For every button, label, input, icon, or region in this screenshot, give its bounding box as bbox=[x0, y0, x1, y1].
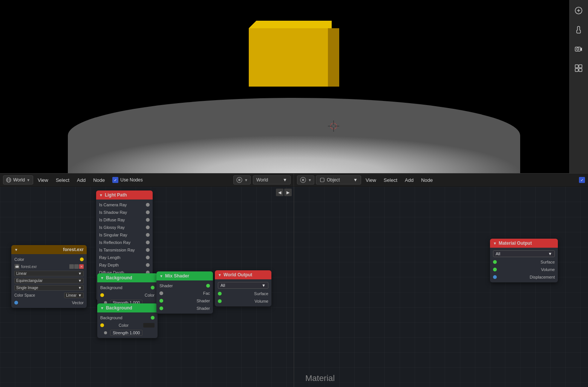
lp-glossy-ray-socket bbox=[146, 225, 150, 229]
render-grid-icon[interactable] bbox=[572, 61, 585, 75]
right-use-nodes-checkbox[interactable]: ✓ bbox=[579, 177, 585, 183]
world-selector-label: World bbox=[256, 177, 268, 183]
lp-singular-ray-socket bbox=[146, 233, 150, 237]
mix-shader-title: Mix Shader bbox=[165, 273, 189, 279]
bg2-color: Color bbox=[97, 321, 158, 329]
forest-exr-linear-dropdown[interactable]: Linear▼ bbox=[14, 271, 84, 276]
right-node-editor[interactable]: ▼ Diffuse BSDF BSDF Color bbox=[294, 187, 588, 387]
object-selector-arrow: ▼ bbox=[353, 177, 358, 183]
left-select-menu[interactable]: Select bbox=[53, 177, 72, 184]
mix-shader-shader2-socket bbox=[159, 306, 163, 310]
svg-rect-14 bbox=[579, 69, 582, 72]
forest-exr-filename: forest.exr bbox=[21, 265, 37, 269]
forest-exr-colorspace-arrow: ▼ bbox=[78, 293, 82, 297]
forest-exr-btn3[interactable]: ✕ bbox=[79, 264, 84, 269]
material-output-volume-label: Volume bbox=[541, 267, 555, 272]
bg1-color-socket bbox=[100, 293, 104, 297]
forest-exr-singleimg-dropdown[interactable]: Single Image▼ bbox=[14, 285, 84, 291]
forest-exr-equirect-dropdown[interactable]: Equirectangular▼ bbox=[14, 278, 84, 283]
render-mode-selector[interactable]: ▼ bbox=[233, 175, 251, 184]
material-output-displacement-label: Displacement bbox=[530, 275, 555, 279]
forest-exr-singleimg-row: Single Image▼ bbox=[11, 284, 87, 291]
3d-cube bbox=[249, 21, 339, 87]
node-background-1[interactable]: ▼ Background Background Color Strength 1… bbox=[97, 273, 158, 308]
panel-nav-left[interactable]: ◀ bbox=[276, 189, 283, 196]
use-nodes-button[interactable]: ✓ Use Nodes bbox=[109, 176, 145, 184]
forest-exr-color-socket bbox=[80, 257, 84, 261]
camera-icon[interactable] bbox=[572, 42, 585, 56]
node-material-output[interactable]: ▼ Material Output All ▼ Surface Volume bbox=[490, 239, 558, 282]
node-world-output[interactable]: ▼ World Output All ▼ Surface Volume bbox=[215, 270, 271, 306]
forest-exr-vector-label: Vector bbox=[72, 300, 84, 305]
panel-nav-right[interactable]: ▶ bbox=[284, 189, 292, 196]
forest-exr-singleimg-arrow: ▼ bbox=[78, 286, 82, 290]
material-output-all-dropdown[interactable]: All ▼ bbox=[493, 250, 555, 257]
left-node-editor[interactable]: ◀ ▶ ▼ forest.exr bbox=[0, 187, 294, 387]
node-editor-panels: ◀ ▶ ▼ forest.exr bbox=[0, 187, 588, 387]
lp-transmission-ray-socket bbox=[146, 248, 150, 252]
crosshair bbox=[328, 120, 339, 132]
right-add-menu[interactable]: Add bbox=[402, 177, 416, 184]
right-select-menu[interactable]: Select bbox=[381, 177, 400, 184]
world-output-title: World Output bbox=[224, 272, 252, 277]
forest-exr-btn2[interactable] bbox=[74, 264, 79, 269]
node-forest-exr[interactable]: ▼ forest.exr Color 🏔 forest.exr bbox=[11, 245, 87, 308]
forest-exr-vector-row: Vector bbox=[11, 299, 87, 306]
right-render-mode[interactable]: ▼ bbox=[297, 175, 314, 184]
world-mode-selector[interactable]: World ▼ bbox=[3, 175, 33, 184]
left-add-menu[interactable]: Add bbox=[74, 177, 89, 184]
node-mix-shader[interactable]: ▼ Mix Shader Shader Fac Shader bbox=[156, 271, 213, 314]
forest-exr-file-row: 🏔 forest.exr ✕ bbox=[11, 263, 87, 270]
forest-exr-linear-label: Linear bbox=[16, 271, 27, 276]
zoom-in-icon[interactable] bbox=[572, 4, 585, 17]
material-output-displacement: Displacement bbox=[490, 273, 558, 281]
viewport-3d[interactable] bbox=[0, 0, 588, 173]
lp-ray-depth: Ray Depth bbox=[96, 261, 153, 269]
forest-exr-btn1[interactable] bbox=[69, 264, 74, 269]
right-node-editor-menubar: ▼ Object ▼ View Select Add Node ✓ bbox=[294, 173, 588, 187]
bg2-strength: Strength 1.000 bbox=[97, 329, 158, 337]
right-view-menu[interactable]: View bbox=[363, 177, 379, 184]
world-selector-arrow: ▼ bbox=[283, 177, 287, 183]
use-nodes-checkbox[interactable]: ✓ bbox=[112, 177, 118, 183]
right-render-mode-arrow: ▼ bbox=[308, 178, 312, 182]
node-background-2[interactable]: ▼ Background Background Color bbox=[97, 303, 158, 338]
world-output-all-dropdown[interactable]: All ▼ bbox=[218, 282, 268, 289]
world-mode-arrow: ▼ bbox=[26, 178, 30, 182]
bottom-panels: World ▼ View Select Add Node ✓ Use Nodes… bbox=[0, 173, 588, 387]
forest-exr-header: ▼ forest.exr bbox=[11, 245, 87, 254]
left-view-menu[interactable]: View bbox=[35, 177, 51, 184]
right-node-menu[interactable]: Node bbox=[418, 177, 436, 184]
left-node-menu[interactable]: Node bbox=[90, 177, 108, 184]
svg-point-19 bbox=[238, 179, 240, 181]
world-output-volume: Volume bbox=[215, 297, 271, 305]
forest-exr-colorspace-dropdown[interactable]: Linear▼ bbox=[64, 293, 84, 298]
world-output-surface: Surface bbox=[215, 290, 271, 297]
bg2-strength-val[interactable]: Strength 1.000 bbox=[110, 330, 142, 336]
forest-exr-thumb: 🏔 bbox=[14, 264, 20, 269]
material-output-displacement-socket bbox=[493, 275, 497, 279]
mix-shader-fac: Fac bbox=[156, 289, 213, 297]
forest-exr-title: forest.exr bbox=[63, 247, 84, 252]
mix-shader-body: Shader Fac Shader Shader bbox=[156, 280, 213, 314]
forest-exr-colorspace-val: Linear bbox=[66, 293, 77, 297]
lp-diffuse-ray: Is Diffuse Ray bbox=[96, 216, 153, 224]
forest-exr-color-row: Color bbox=[11, 256, 87, 263]
bg2-background-socket bbox=[151, 316, 155, 320]
panel-nav-arrows: ◀ ▶ bbox=[276, 189, 292, 196]
svg-rect-13 bbox=[575, 69, 578, 72]
lp-ray-length: Ray Length bbox=[96, 254, 153, 261]
bg1-color: Color bbox=[97, 291, 158, 299]
world-mode-label: World bbox=[13, 177, 25, 183]
viewport-toolbar bbox=[569, 0, 588, 173]
material-output-surface-label: Surface bbox=[541, 260, 555, 264]
world-selector-dropdown[interactable]: World ▼ bbox=[253, 175, 291, 184]
forest-exr-equirect-label: Equirectangular bbox=[16, 279, 43, 283]
lp-camera-ray: Is Camera Ray bbox=[96, 201, 153, 209]
object-mode-selector[interactable]: Object ▼ bbox=[316, 175, 361, 184]
forest-exr-linear-arrow: ▼ bbox=[78, 271, 82, 276]
grab-icon[interactable] bbox=[572, 23, 585, 37]
forest-exr-colorspace-label: Color Space bbox=[14, 293, 35, 297]
material-output-surface-socket bbox=[493, 260, 497, 264]
svg-point-21 bbox=[302, 179, 304, 181]
